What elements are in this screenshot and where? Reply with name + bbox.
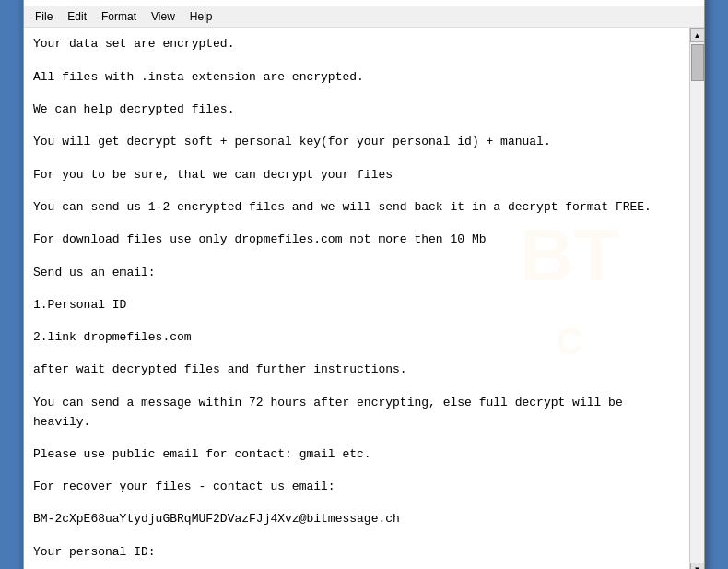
menubar: FileEditFormatViewHelp (24, 6, 704, 28)
close-button[interactable]: ✕ (671, 0, 697, 1)
scroll-track[interactable] (690, 42, 704, 562)
scroll-thumb[interactable] (691, 44, 704, 81)
menu-item-file[interactable]: File (28, 8, 60, 25)
text-line-16: 1.Personal ID (33, 296, 680, 315)
minimize-button[interactable]: — (612, 0, 638, 1)
text-line-22: You can send a message within 72 hours a… (33, 394, 680, 433)
text-content[interactable]: Your data set are encrypted. All files w… (24, 28, 689, 569)
text-line-0: Your data set are encrypted. (33, 35, 680, 54)
maximize-button[interactable]: □ (641, 0, 667, 1)
menu-item-view[interactable]: View (144, 8, 182, 25)
text-line-14: Send us an email: (33, 264, 680, 283)
menu-item-format[interactable]: Format (94, 8, 144, 25)
text-line-18: 2.link dropmefiles.com (33, 328, 680, 348)
scroll-up-arrow[interactable]: ▲ (690, 28, 705, 42)
text-line-26: For recover your files - contact us emai… (33, 478, 680, 497)
text-line-8: For you to be sure, that we can decrypt … (33, 166, 680, 185)
text-line-6: You will get decrypt soft + personal key… (33, 133, 680, 152)
text-line-2: All files with .insta extension are encr… (33, 68, 680, 88)
text-line-12: For download files use only dropmefiles.… (33, 231, 680, 250)
text-line-10: You can send us 1-2 encrypted files and … (33, 198, 680, 218)
scroll-down-arrow[interactable]: ▼ (690, 563, 705, 569)
notepad-window: filesinfo.txt - Notepad — □ ✕ FileEditFo… (23, 0, 705, 569)
text-line-28: BM-2cXpE68uaYtydjuGBRqMUF2DVazFJj4Xvz@bi… (33, 510, 680, 529)
text-line-24: Please use public email for contact: gma… (33, 445, 680, 465)
titlebar: filesinfo.txt - Notepad — □ ✕ (24, 0, 704, 6)
menu-item-edit[interactable]: Edit (60, 8, 94, 25)
text-line-20: after wait decrypted files and further i… (33, 361, 680, 380)
content-area: Your data set are encrypted. All files w… (24, 28, 704, 569)
vertical-scrollbar[interactable]: ▲ ▼ (689, 28, 704, 569)
text-line-30: Your personal ID: (33, 543, 680, 563)
menu-item-help[interactable]: Help (182, 8, 220, 25)
text-line-4: We can help decrypted files. (33, 101, 680, 120)
titlebar-controls: — □ ✕ (612, 0, 697, 1)
